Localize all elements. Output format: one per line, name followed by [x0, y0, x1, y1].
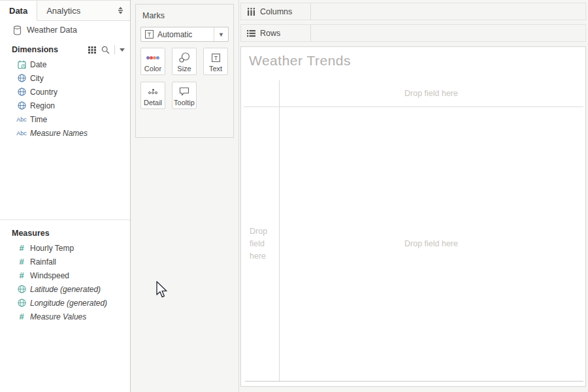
marks-panel: Marks T Automatic ▼ Color: [131, 0, 239, 392]
field-city[interactable]: City: [0, 71, 130, 85]
tableau-workspace: Data Analytics Weather Data Dimensions: [0, 0, 588, 392]
database-icon: [13, 25, 22, 35]
color-dots-icon: [146, 52, 159, 63]
marks-title: Marks: [136, 5, 233, 20]
data-pane: Data Analytics Weather Data Dimensions: [0, 0, 131, 392]
globe-icon: [13, 101, 30, 110]
rows-label: Rows: [260, 29, 280, 38]
columns-shelf[interactable]: Columns: [240, 3, 586, 20]
columns-drop-zone[interactable]: Drop field here: [279, 80, 583, 106]
field-measure-values[interactable]: # Measure Values: [0, 310, 130, 323]
size-circles-icon: [179, 52, 190, 63]
columns-shelf-header: Columns: [241, 3, 311, 20]
abc-icon: Abc: [13, 130, 30, 137]
number-icon: #: [13, 257, 30, 267]
field-measure-names[interactable]: Abc Measure Names: [0, 126, 130, 140]
measures-title: Measures: [12, 229, 125, 238]
datasource-weather-data[interactable]: Weather Data: [0, 21, 130, 39]
marks-buttons: Color Size T: [140, 48, 229, 109]
mark-type-value: Automatic: [157, 30, 214, 39]
measures-list: # Hourly Temp # Rainfall # Windspeed: [0, 241, 130, 323]
marks-card: Marks T Automatic ▼ Color: [135, 4, 234, 138]
field-region[interactable]: Region: [0, 99, 130, 112]
main-drop-zone[interactable]: Drop field here: [279, 106, 583, 381]
detail-dots-icon: [148, 86, 157, 97]
measures-section: Measures # Hourly Temp # Rainfall # Wind…: [0, 220, 130, 323]
svg-text:T: T: [214, 54, 218, 61]
bottom-axis-line: [245, 381, 583, 382]
field-time[interactable]: Abc Time: [0, 112, 130, 126]
number-icon: #: [13, 270, 30, 280]
tooltip-bubble-icon: [179, 86, 189, 97]
columns-icon: [247, 8, 255, 16]
mark-type-dropdown[interactable]: T Automatic ▼: [140, 27, 229, 42]
rows-shelf[interactable]: Rows: [240, 24, 586, 42]
header-divider: [114, 45, 115, 54]
calendar-date-icon: [13, 60, 30, 69]
columns-label: Columns: [260, 7, 292, 16]
swap-panes-button[interactable]: [110, 1, 130, 21]
field-country[interactable]: Country: [0, 85, 130, 99]
rows-drop-zone[interactable]: Drop field here: [244, 106, 279, 381]
field-rainfall[interactable]: # Rainfall: [0, 255, 130, 269]
swap-vertical-icon: [118, 7, 123, 14]
rows-field-area[interactable]: [311, 25, 585, 41]
globe-icon: [13, 88, 30, 96]
measures-header: Measures: [0, 225, 130, 241]
chevron-down-icon[interactable]: ▼: [214, 27, 228, 41]
dimensions-title: Dimensions: [12, 45, 88, 54]
view-data-grid-icon[interactable]: [88, 46, 97, 54]
number-icon: #: [13, 243, 30, 253]
rows-icon: [247, 29, 255, 37]
globe-icon: [13, 285, 30, 293]
tab-data[interactable]: Data: [0, 1, 37, 21]
globe-icon: [13, 74, 30, 82]
sheet-title[interactable]: Weather Trends: [249, 53, 351, 69]
rows-shelf-header: Rows: [241, 25, 311, 41]
dimensions-menu-caret-icon[interactable]: [120, 48, 125, 52]
abc-icon: Abc: [13, 116, 30, 123]
dimensions-header: Dimensions: [0, 42, 130, 57]
field-hourly-temp[interactable]: # Hourly Temp: [0, 241, 130, 255]
tab-analytics[interactable]: Analytics: [37, 1, 110, 21]
datasource-label: Weather Data: [27, 25, 77, 35]
number-icon: #: [13, 312, 30, 321]
globe-icon: [13, 299, 30, 307]
text-button[interactable]: T Text: [203, 48, 228, 75]
data-pane-tabbar: Data Analytics: [0, 0, 130, 21]
text-t-icon: T: [212, 52, 220, 63]
field-longitude-generated[interactable]: Longitude (generated): [0, 296, 130, 310]
detail-button[interactable]: Detail: [140, 82, 165, 109]
worksheet-canvas: Weather Trends Drop field here Drop fiel…: [240, 46, 586, 387]
dimensions-list: Date City: [0, 57, 130, 140]
text-mark-icon: T: [145, 30, 154, 39]
color-button[interactable]: Color: [140, 48, 165, 75]
field-date[interactable]: Date: [0, 57, 130, 71]
field-latitude-generated[interactable]: Latitude (generated): [0, 282, 130, 296]
columns-field-area[interactable]: [311, 3, 585, 20]
field-windspeed[interactable]: # Windspeed: [0, 269, 130, 282]
tooltip-button[interactable]: Tooltip: [172, 82, 197, 109]
search-icon[interactable]: [101, 46, 110, 54]
size-button[interactable]: Size: [172, 48, 197, 75]
